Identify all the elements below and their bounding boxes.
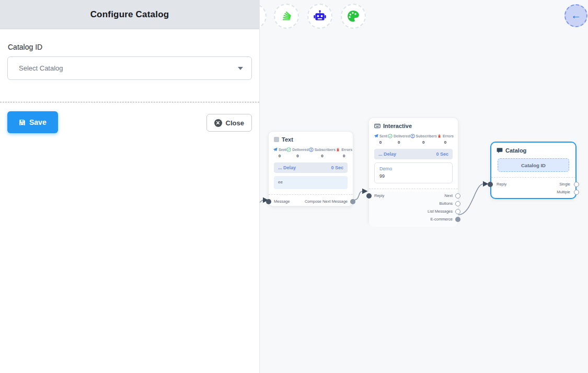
buttons-port-label: Buttons <box>440 201 453 206</box>
text-message-preview[interactable]: ee <box>274 176 348 189</box>
panel-divider <box>0 102 259 102</box>
close-button[interactable]: Close <box>206 114 252 132</box>
port-compose-out[interactable] <box>350 199 355 204</box>
stat-subscribers: Subscribers 0 <box>309 147 336 158</box>
interactive-content-title: Demo <box>379 166 447 171</box>
catalog-select[interactable]: Select Catalog <box>7 56 252 80</box>
toolbar-theme-button[interactable] <box>341 4 366 29</box>
node-catalog[interactable]: Catalog Catalog ID Reply Single Multiple <box>490 142 577 199</box>
text-block-icon <box>274 137 279 142</box>
interactive-footer-divider <box>369 189 458 189</box>
save-icon <box>19 119 26 126</box>
panel-body: Catalog ID Select Catalog <box>0 29 259 141</box>
panel-actions: Save Close <box>7 111 252 133</box>
stat-delivered: Delivered 0 <box>388 134 410 145</box>
catalog-node-footer: Reply Single Multiple <box>491 180 575 196</box>
configure-catalog-panel: Configure Catalog Catalog ID Select Cata… <box>0 0 260 373</box>
single-port-label: Single <box>559 182 570 186</box>
text-node-footer: Message Compose Next Message <box>269 197 353 205</box>
panel-header: Configure Catalog <box>0 0 259 29</box>
toolbar-flows-button[interactable] <box>274 4 299 29</box>
port-list-messages-out[interactable] <box>455 209 460 214</box>
catalog-select-value: Select Catalog <box>19 64 238 72</box>
text-delay-row[interactable]: ... Delay 0 Sec <box>274 162 348 173</box>
port-next-out[interactable] <box>455 193 460 199</box>
interactive-content-body: 99 <box>379 173 447 179</box>
list-messages-port-label: List Messages <box>428 209 453 214</box>
catalog-node-header: Catalog <box>491 143 575 154</box>
stat-errors: Errors 0 <box>336 147 352 158</box>
port-buttons-out[interactable] <box>455 201 460 206</box>
node-text[interactable]: Text Sent 0 Delivered 0 <box>268 131 353 206</box>
message-port-label: Message <box>274 199 290 204</box>
interactive-node-footer: Reply Next Buttons List Messages E-comme… <box>369 192 458 227</box>
panel-title: Configure Catalog <box>90 9 169 20</box>
check-circle-icon <box>388 134 393 138</box>
interactive-node-header: Interactive <box>369 118 458 129</box>
compose-port-label: Compose Next Message <box>305 199 348 204</box>
catalog-node-title: Catalog <box>505 147 526 154</box>
interactive-content-preview[interactable]: Demo 99 <box>374 162 453 183</box>
save-button-label: Save <box>29 118 47 126</box>
chevron-down-icon <box>238 67 243 70</box>
toolbar-bot-button[interactable] <box>307 4 332 29</box>
next-port-label: Next <box>445 193 453 198</box>
node-interactive[interactable]: Interactive Sent 0 Delivered 0 <box>368 118 458 224</box>
port-multiple-out[interactable] <box>574 190 579 195</box>
check-circle-icon <box>286 147 291 152</box>
collapse-panel-button[interactable]: ← <box>564 4 587 27</box>
robot-icon <box>313 9 327 23</box>
port-message-in[interactable] <box>266 199 271 204</box>
close-icon <box>214 119 222 127</box>
text-footer-divider <box>269 194 353 195</box>
port-single-out[interactable] <box>574 182 579 187</box>
stat-errors: Errors 0 <box>437 134 454 145</box>
bug-icon <box>336 147 340 152</box>
text-node-header: Text <box>269 132 353 143</box>
stack-icon <box>280 9 293 23</box>
text-node-stats: Sent 0 Delivered 0 Subscribers <box>269 143 353 158</box>
user-circle-icon <box>410 134 415 138</box>
toolbar-hidden-button[interactable] <box>260 4 267 29</box>
send-icon <box>273 147 278 152</box>
interactive-node-title: Interactive <box>383 123 412 129</box>
catalog-footer-divider <box>491 177 575 178</box>
catalog-id-label: Catalog ID <box>8 43 252 51</box>
reply-port-label: Reply <box>374 193 384 198</box>
flow-canvas[interactable]: ← Text Sent 0 Delivered <box>260 0 588 373</box>
stat-sent: Sent 0 <box>373 134 388 145</box>
keyboard-icon <box>374 123 381 129</box>
arrow-left-icon: ← <box>571 10 581 20</box>
text-node-title: Text <box>282 136 293 143</box>
send-icon <box>374 134 378 138</box>
port-reply-in[interactable] <box>488 182 493 187</box>
stat-subscribers: Subscribers 0 <box>410 134 437 145</box>
interactive-delay-row[interactable]: ... Delay 0 Sec <box>374 149 453 159</box>
multiple-port-label: Multiple <box>557 190 570 194</box>
palette-icon <box>347 9 360 23</box>
comment-icon <box>497 147 503 154</box>
port-reply-in[interactable] <box>366 193 372 199</box>
user-circle-icon <box>309 147 314 152</box>
ecommerce-port-label: E-commerce <box>430 217 453 222</box>
close-button-label: Close <box>226 119 244 127</box>
reply-port-label: Reply <box>497 182 506 186</box>
stat-delivered: Delivered 0 <box>286 147 309 158</box>
port-ecommerce-out[interactable] <box>455 217 460 222</box>
catalog-id-button[interactable]: Catalog ID <box>498 158 569 172</box>
interactive-node-stats: Sent 0 Delivered 0 Subscribers <box>369 129 458 145</box>
bug-icon <box>437 134 442 138</box>
flow-builder-app: Configure Catalog Catalog ID Select Cata… <box>0 0 588 373</box>
stat-sent: Sent 0 <box>273 147 286 158</box>
save-button[interactable]: Save <box>7 111 58 133</box>
